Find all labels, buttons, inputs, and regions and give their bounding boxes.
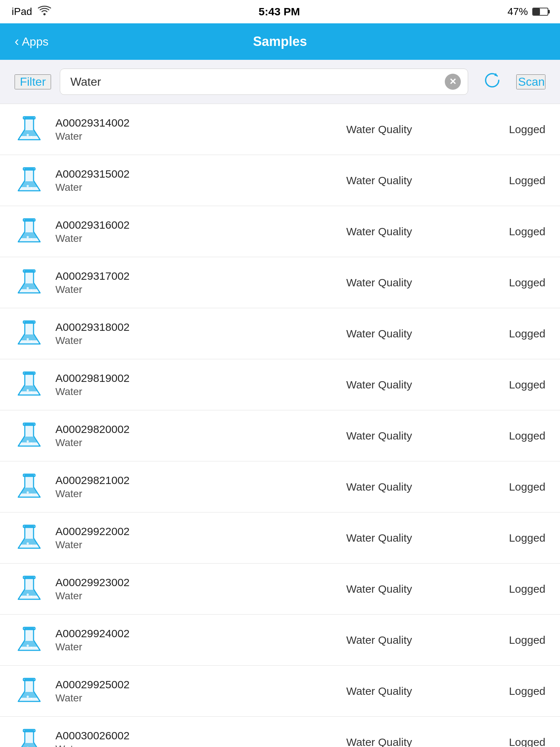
sample-type-label: Water — [55, 233, 271, 244]
table-row[interactable]: A00029922002 Water Water Quality Logged — [0, 512, 560, 564]
sample-status: Logged — [487, 328, 545, 340]
flask-icon — [15, 115, 44, 144]
flask-icon — [15, 574, 44, 604]
svg-marker-31 — [18, 424, 40, 446]
sample-info: A00029924002 Water — [55, 627, 271, 653]
svg-point-14 — [27, 236, 29, 238]
flask-icon — [15, 472, 44, 502]
svg-point-29 — [27, 389, 29, 391]
sample-info: A00030026002 Water — [55, 729, 271, 747]
svg-point-40 — [31, 494, 32, 495]
svg-marker-6 — [18, 169, 40, 191]
sample-category: Water Quality — [271, 634, 487, 646]
clear-icon: ✕ — [449, 77, 456, 87]
sample-type-label: Water — [55, 641, 271, 653]
sample-category: Water Quality — [271, 532, 487, 544]
table-row[interactable]: A00029314002 Water Water Quality Logged — [0, 104, 560, 155]
table-row[interactable]: A00029819002 Water Water Quality Logged — [0, 359, 560, 410]
sample-status: Logged — [487, 481, 545, 493]
sample-status: Logged — [487, 634, 545, 646]
filter-button[interactable]: Filter — [15, 74, 51, 89]
sample-type-label: Water — [55, 488, 271, 500]
svg-point-45 — [31, 545, 32, 546]
table-row[interactable]: A00030026002 Water Water Quality Logged — [0, 717, 560, 747]
search-clear-button[interactable]: ✕ — [445, 74, 461, 90]
flask-icon — [15, 677, 44, 706]
table-row[interactable]: A00029318002 Water Water Quality Logged — [0, 308, 560, 359]
status-right: 47% — [508, 6, 548, 18]
svg-point-54 — [27, 645, 29, 647]
sample-id: A00029315002 — [55, 168, 271, 180]
search-input[interactable] — [60, 69, 468, 95]
sample-category: Water Quality — [271, 174, 487, 187]
sample-info: A00029922002 Water — [55, 525, 271, 551]
sample-type-label: Water — [55, 539, 271, 551]
svg-point-24 — [27, 338, 29, 340]
sample-status: Logged — [487, 736, 545, 747]
svg-point-9 — [27, 185, 29, 187]
table-row[interactable]: A00029923002 Water Water Quality Logged — [0, 564, 560, 615]
sample-category: Water Quality — [271, 276, 487, 289]
wifi-icon — [38, 5, 51, 18]
svg-point-19 — [27, 287, 29, 289]
sample-info: A00029923002 Water — [55, 576, 271, 602]
flask-icon — [15, 319, 44, 348]
sample-status: Logged — [487, 174, 545, 187]
svg-point-44 — [27, 542, 29, 545]
back-chevron-icon: ‹ — [15, 35, 19, 48]
sample-category: Water Quality — [271, 685, 487, 697]
battery-icon — [532, 8, 548, 16]
svg-point-5 — [31, 136, 32, 138]
svg-marker-1 — [18, 118, 40, 140]
sample-category: Water Quality — [271, 583, 487, 595]
sample-status: Logged — [487, 430, 545, 442]
sample-status: Logged — [487, 225, 545, 238]
svg-point-55 — [31, 647, 32, 648]
sample-info: A00029315002 Water — [55, 168, 271, 193]
sample-type-label: Water — [55, 131, 271, 142]
flask-icon — [15, 523, 44, 553]
svg-point-49 — [27, 593, 29, 596]
scan-button[interactable]: Scan — [516, 74, 545, 89]
flask-icon — [15, 370, 44, 399]
svg-marker-36 — [18, 475, 40, 497]
sample-id: A00029821002 — [55, 474, 271, 487]
flask-icon — [15, 217, 44, 246]
sample-type-label: Water — [55, 590, 271, 602]
svg-point-35 — [31, 442, 32, 444]
sample-status: Logged — [487, 583, 545, 595]
table-row[interactable]: A00029317002 Water Water Quality Logged — [0, 257, 560, 308]
svg-marker-56 — [18, 680, 40, 701]
svg-point-60 — [31, 698, 32, 699]
search-container: ✕ — [60, 69, 468, 95]
svg-point-25 — [31, 340, 32, 342]
table-row[interactable]: A00029315002 Water Water Quality Logged — [0, 155, 560, 206]
table-row[interactable]: A00029821002 Water Water Quality Logged — [0, 461, 560, 512]
sample-category: Water Quality — [271, 430, 487, 442]
sample-type-label: Water — [55, 437, 271, 449]
back-button[interactable]: ‹ Apps — [15, 35, 48, 49]
svg-marker-16 — [18, 271, 40, 293]
battery-percent: 47% — [508, 6, 528, 18]
svg-point-50 — [31, 596, 32, 597]
sample-category: Water Quality — [271, 736, 487, 747]
sample-id: A00030026002 — [55, 729, 271, 742]
refresh-button[interactable] — [477, 71, 508, 93]
table-row[interactable]: A00029820002 Water Water Quality Logged — [0, 410, 560, 461]
svg-marker-51 — [18, 628, 40, 650]
sample-id: A00029923002 — [55, 576, 271, 589]
sample-info: A00029820002 Water — [55, 423, 271, 449]
sample-info: A00029821002 Water — [55, 474, 271, 500]
sample-status: Logged — [487, 379, 545, 391]
sample-list: A00029314002 Water Water Quality Logged … — [0, 104, 560, 747]
sample-id: A00029922002 — [55, 525, 271, 538]
table-row[interactable]: A00029924002 Water Water Quality Logged — [0, 615, 560, 666]
table-row[interactable]: A00029316002 Water Water Quality Logged — [0, 206, 560, 257]
svg-point-0 — [43, 13, 46, 15]
sample-status: Logged — [487, 685, 545, 697]
page-title: Samples — [15, 34, 545, 49]
flask-icon — [15, 421, 44, 450]
table-row[interactable]: A00029925002 Water Water Quality Logged — [0, 666, 560, 717]
svg-point-59 — [27, 696, 29, 698]
sample-id: A00029924002 — [55, 627, 271, 640]
